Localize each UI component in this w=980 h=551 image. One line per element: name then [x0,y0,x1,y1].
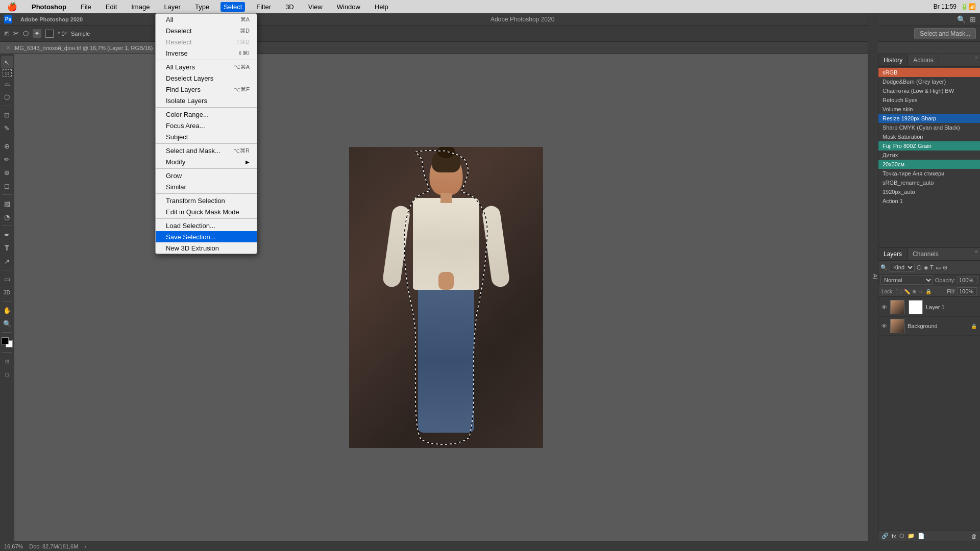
menu-item-grow[interactable]: Grow [156,170,257,181]
layer-link-icon[interactable]: 🔗 [881,533,889,539]
stamp-tool[interactable]: ⊛ [1,166,13,179]
menu-item-all[interactable]: All ⌘A [156,14,257,25]
type-menu[interactable]: Type [192,2,212,12]
shape-tool[interactable]: ▭ [1,273,13,285]
add-layer-style-icon[interactable]: fx [892,533,896,539]
healing-brush-tool[interactable]: ⊕ [1,140,13,152]
add-mask-icon[interactable]: ⬡ [899,533,904,539]
menu-item-load-selection[interactable]: Load Selection... [156,220,257,231]
help-menu[interactable]: Help [372,2,391,12]
menu-item-new-3d-extrusion[interactable]: New 3D Extrusion [156,242,257,254]
history-tab[interactable]: History [878,54,908,66]
fgcolor-swatch[interactable] [45,30,54,38]
history-item[interactable]: Action 1 [878,196,980,206]
menu-item-isolate-layers[interactable]: Isolate Layers [156,95,257,106]
history-item[interactable]: Resize 1920px Sharp [878,114,980,123]
history-item[interactable]: Mask Saturation [878,132,980,141]
menu-item-color-range[interactable]: Color Range... [156,109,257,120]
fg-color-swatch[interactable] [2,337,9,344]
menu-item-deselect-layers[interactable]: Deselect Layers [156,72,257,84]
edit-menu[interactable]: Edit [103,2,120,12]
workspace-icon[interactable]: ⊞ [970,15,976,23]
lock-image-icon[interactable]: ✏️ [904,289,910,294]
panel-collapse-btn[interactable]: ≡ [973,54,980,61]
filter-menu[interactable]: Filter [253,2,274,12]
history-item[interactable]: Dodge&Burn (Grey layer) [878,77,980,86]
history-item[interactable]: sRGB_rename_auto [878,178,980,187]
menu-item-reselect[interactable]: Reselect ⇧⌘D [156,36,257,47]
menu-item-subject[interactable]: Subject [156,131,257,142]
blend-mode-select[interactable]: Normal [880,276,933,285]
layer-visibility-toggle[interactable]: 👁 [881,323,887,329]
create-group-icon[interactable]: 📁 [908,533,915,539]
menu-item-focus-area[interactable]: Focus Area... [156,120,257,131]
lock-transparent-icon[interactable]: ⬛ [896,289,902,294]
delete-layer-icon[interactable]: 🗑 [971,533,977,539]
pen-tool[interactable]: ✒ [1,229,13,241]
search-icon[interactable]: 🔍 [957,15,966,23]
history-item[interactable]: Точка-тире Аня стикери [878,169,980,178]
photoshop-app-menu[interactable]: Photoshop [29,2,69,12]
lock-position-icon[interactable]: ⊕ [912,289,916,294]
image-menu[interactable]: Image [128,2,153,12]
move-tool[interactable]: ↖ [1,56,13,68]
actions-tab[interactable]: Actions [908,54,939,66]
screen-mode-button[interactable]: □ [1,368,13,381]
history-item[interactable]: 1920px_auto [878,187,980,196]
layer-item-layer1[interactable]: 👁 Layer 1 [878,298,980,317]
ai-panel[interactable]: AI [868,54,878,541]
apple-menu[interactable]: 🍎 [4,1,20,13]
gradient-tool[interactable]: ▨ [1,197,13,210]
window-menu[interactable]: Window [334,2,363,12]
pixel-filter-icon[interactable]: ⬡ [917,264,922,271]
color-swatches[interactable] [2,337,13,347]
adjustment-filter-icon[interactable]: ◈ [924,264,928,271]
layer-type-filter[interactable]: Kind [890,263,915,272]
dodge-tool[interactable]: ◔ [1,211,13,223]
layer-visibility-toggle[interactable]: 👁 [881,304,887,310]
menu-item-select-and-mask[interactable]: Select and Mask... ⌥⌘R [156,145,257,156]
shape-filter-icon[interactable]: ▭ [936,264,941,271]
selection-tool[interactable]: □ [3,69,12,77]
history-item[interactable]: Fuji Pro 800Z Grain [878,141,980,151]
menu-item-save-selection[interactable]: Save Selection... [156,231,257,242]
menu-item-find-layers[interactable]: Find Layers ⌥⌘F [156,84,257,95]
select-and-mask-button[interactable]: Select and Mask... [914,28,976,39]
lock-artboard-icon[interactable]: ↔ [918,289,923,294]
eyedropper-tool[interactable]: ✎ [1,122,13,134]
tab-close-icon[interactable]: ✕ [6,45,10,51]
document-tab[interactable]: ✕ IMG_6343_плохой_фон.tif @ 16,7% (Layer… [0,42,169,54]
hand-tool[interactable]: ✋ [1,304,13,316]
3d-menu[interactable]: 3D [282,2,297,12]
opacity-input[interactable] [958,276,978,284]
menu-item-deselect[interactable]: Deselect ⌘D [156,25,257,36]
type-filter-icon[interactable]: T [930,264,934,270]
select-menu-trigger[interactable]: Select [220,2,245,12]
magic-wand-tool[interactable]: ⬡ [1,91,13,103]
brush-tool[interactable]: ✏ [1,153,13,165]
layer-menu[interactable]: Layer [161,2,184,12]
path-selection-tool[interactable]: ↗ [1,255,13,267]
lasso-tool[interactable]: ⌓ [1,78,13,90]
menu-item-transform-selection[interactable]: Transform Selection [156,195,257,206]
layers-collapse-btn[interactable]: ≡ [973,248,980,255]
layer-item-background[interactable]: 👁 Background 🔒 [878,317,980,336]
history-item[interactable]: sRGB [878,68,980,77]
history-item[interactable]: Sharp CMYK (Cyan and Black) [878,123,980,132]
lock-all-icon[interactable]: 🔒 [925,289,932,294]
history-item[interactable]: 20x30см [878,160,980,169]
quick-mask-button[interactable]: ⊡ [1,355,13,367]
3d-tool[interactable]: 3D [1,286,13,298]
view-menu[interactable]: View [305,2,326,12]
history-item[interactable]: Сhaстотка (Low & High) BW [878,86,980,95]
crop-tool[interactable]: ⊡ [1,109,13,121]
fill-input[interactable] [958,287,977,295]
menu-item-modify[interactable]: Modify ▶ [156,156,257,167]
new-layer-icon[interactable]: 📄 [918,533,925,539]
channels-tab[interactable]: Channels [908,248,944,260]
history-item[interactable]: Retouch Eyes [878,95,980,105]
menu-item-edit-quick-mask[interactable]: Edit in Quick Mask Mode [156,206,257,217]
history-item[interactable]: Дитих [878,151,980,160]
smart-filter-icon[interactable]: ⊛ [943,264,947,271]
layers-tab[interactable]: Layers [878,248,908,260]
